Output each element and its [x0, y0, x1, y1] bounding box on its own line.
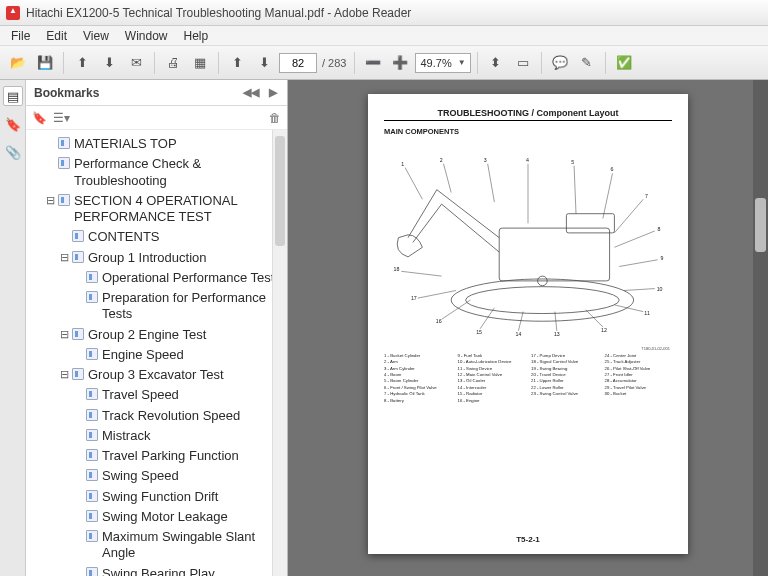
svg-line-25	[418, 291, 456, 299]
bookmarks-scroll-thumb[interactable]	[275, 136, 285, 246]
tree-twisty[interactable]: ⊟	[58, 251, 70, 265]
menu-file[interactable]: File	[4, 27, 37, 45]
legend-item: 19 - Swing Bearing	[531, 366, 599, 371]
bookmark-label: Swing Motor Leakage	[102, 509, 228, 525]
bookmark-item[interactable]: ⊟Group 3 Excavator Test	[30, 365, 287, 385]
highlight-button[interactable]: ✎	[575, 51, 599, 75]
bookmark-item[interactable]: Mistrack	[30, 426, 287, 446]
separator	[218, 52, 219, 74]
svg-text:1: 1	[401, 161, 404, 167]
thumbnails-tab[interactable]: ▤	[3, 86, 23, 106]
prev-page-button[interactable]: ⬆	[225, 51, 249, 75]
page-input[interactable]	[279, 53, 317, 73]
zoom-dropdown[interactable]: 49.7% ▼	[415, 53, 470, 73]
legend-item: 5 - Boom Cylinder	[384, 378, 452, 383]
svg-text:17: 17	[411, 295, 417, 301]
separator	[154, 52, 155, 74]
bookmarks-header: Bookmarks ◀◀ ▶	[26, 80, 287, 106]
comment-button[interactable]: 💬	[548, 51, 572, 75]
svg-line-6	[408, 190, 437, 238]
chevron-down-icon: ▼	[458, 58, 466, 67]
bookmark-item[interactable]: MATERIALS TOP	[30, 134, 287, 154]
svg-line-5	[442, 204, 500, 252]
download-button[interactable]: ⬇	[97, 51, 121, 75]
svg-line-14	[603, 173, 613, 218]
bookmark-item[interactable]: Preparation for Performance Tests	[30, 288, 287, 325]
figure-ref: T180-01-02-001	[641, 346, 670, 351]
bookmark-item[interactable]: Maximum Swingable Slant Angle	[30, 527, 287, 564]
svg-text:11: 11	[644, 310, 650, 316]
legend-item: 25 - Track Adjuster	[605, 359, 673, 364]
bookmark-label: Group 2 Engine Test	[88, 327, 206, 343]
bookmark-item[interactable]: Swing Motor Leakage	[30, 507, 287, 527]
bookmark-item[interactable]: Performance Check & Troubleshooting	[30, 154, 287, 191]
bookmarks-tab[interactable]: 🔖	[3, 114, 23, 134]
bookmark-item[interactable]: Operational Performance Tests	[30, 268, 287, 288]
bookmark-icon	[86, 271, 98, 283]
zoom-out-button[interactable]: ➖	[361, 51, 385, 75]
bookmark-item[interactable]: Engine Speed	[30, 345, 287, 365]
bookmark-item[interactable]: ⊟Group 1 Introduction	[30, 248, 287, 268]
svg-line-26	[401, 271, 441, 276]
fit-page-button[interactable]: ⬍	[484, 51, 508, 75]
bookmarks-tree: MATERIALS TOPPerformance Check & Trouble…	[26, 130, 287, 576]
collapse-right-icon[interactable]: ▶	[267, 84, 279, 101]
document-scroll-thumb[interactable]	[755, 198, 766, 252]
next-page-button[interactable]: ⬇	[252, 51, 276, 75]
svg-line-22	[518, 312, 523, 331]
bookmark-icon	[72, 368, 84, 380]
legend-item: 28 - Accumulator	[605, 378, 673, 383]
legend-item: 11 - Swing Device	[458, 366, 526, 371]
legend-item: 17 - Pump Device	[531, 353, 599, 358]
options-icon[interactable]: ☰▾	[53, 111, 70, 125]
attachments-tab[interactable]: 📎	[3, 142, 23, 162]
bookmarks-title: Bookmarks	[34, 86, 99, 100]
bookmark-item[interactable]: ⊟SECTION 4 OPERATIONAL PERFORMANCE TEST	[30, 191, 287, 228]
tree-twisty[interactable]: ⊟	[58, 368, 70, 382]
bookmarks-scrollbar[interactable]	[272, 130, 287, 576]
bookmark-label: CONTENTS	[88, 229, 160, 245]
svg-text:7: 7	[645, 193, 648, 199]
legend-item: 27 - Front Idler	[605, 372, 673, 377]
menu-help[interactable]: Help	[177, 27, 216, 45]
tree-twisty[interactable]: ⊟	[58, 328, 70, 342]
bookmark-icon	[86, 291, 98, 303]
trash-icon[interactable]: 🗑	[269, 111, 281, 125]
bookmark-item[interactable]: Travel Parking Function	[30, 446, 287, 466]
bookmark-item[interactable]: Swing Bearing Play	[30, 564, 287, 577]
new-bookmark-icon[interactable]: 🔖	[32, 111, 47, 125]
sign-button[interactable]: ✅	[612, 51, 636, 75]
bookmark-label: MATERIALS TOP	[74, 136, 177, 152]
bookmark-label: Swing Speed	[102, 468, 179, 484]
collapse-left-icon[interactable]: ◀◀	[241, 84, 261, 101]
tree-twisty[interactable]: ⊟	[44, 194, 56, 208]
bookmark-item[interactable]: Swing Speed	[30, 466, 287, 486]
bookmark-item[interactable]: ⊟Group 2 Engine Test	[30, 325, 287, 345]
menu-view[interactable]: View	[76, 27, 116, 45]
save-as-button[interactable]: 💾	[33, 51, 57, 75]
thumbnails-button[interactable]: ▦	[188, 51, 212, 75]
bookmarks-panel: Bookmarks ◀◀ ▶ 🔖 ☰▾ 🗑 MATERIALS TOPPerfo…	[26, 80, 288, 576]
bookmark-item[interactable]: CONTENTS	[30, 227, 287, 247]
menu-window[interactable]: Window	[118, 27, 175, 45]
svg-line-4	[437, 190, 499, 238]
email-button[interactable]: ✉	[124, 51, 148, 75]
fit-width-button[interactable]: ▭	[511, 51, 535, 75]
bookmark-item[interactable]: Travel Speed	[30, 385, 287, 405]
bookmark-icon	[86, 409, 98, 421]
print-button[interactable]: 🖨	[161, 51, 185, 75]
document-scrollbar[interactable]	[753, 80, 768, 576]
zoom-in-button[interactable]: ➕	[388, 51, 412, 75]
document-area[interactable]: TROUBLESHOOTING / Component Layout MAIN …	[288, 80, 768, 576]
bookmark-item[interactable]: Track Revolution Speed	[30, 406, 287, 426]
legend-item: 12 - Main Control Valve	[458, 372, 526, 377]
svg-text:2: 2	[440, 157, 443, 163]
open-button[interactable]: 📂	[6, 51, 30, 75]
menu-edit[interactable]: Edit	[39, 27, 74, 45]
bookmark-item[interactable]: Swing Function Drift	[30, 487, 287, 507]
bookmarks-toolbar: 🔖 ☰▾ 🗑	[26, 106, 287, 130]
legend-item: 6 - Front / Swing Pilot Valve	[384, 385, 452, 390]
cloud-button[interactable]: ⬆	[70, 51, 94, 75]
separator	[354, 52, 355, 74]
bookmark-label: SECTION 4 OPERATIONAL PERFORMANCE TEST	[74, 193, 285, 226]
